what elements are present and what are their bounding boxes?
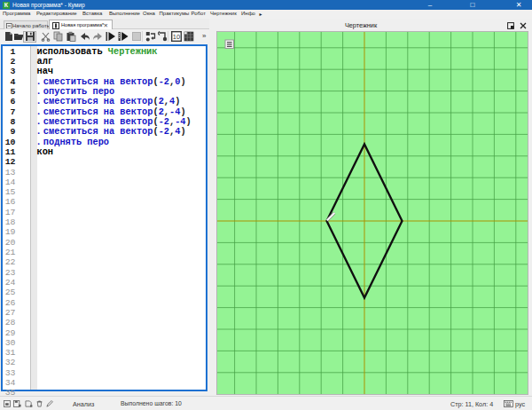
- svg-text:10: 10: [173, 33, 180, 41]
